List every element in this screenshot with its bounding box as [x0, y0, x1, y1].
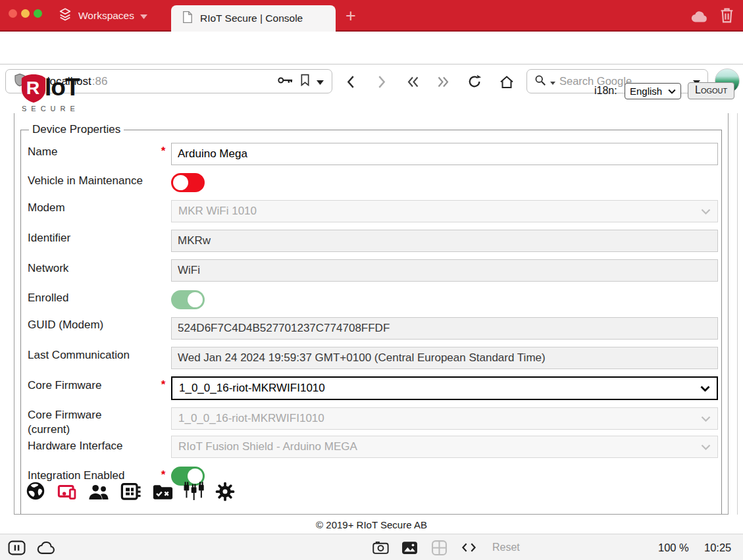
chevron-down-icon: [668, 89, 676, 94]
name-input[interactable]: [171, 143, 718, 165]
home-button[interactable]: [497, 72, 517, 91]
chevron-down-icon: [701, 444, 711, 450]
forward-button[interactable]: [372, 72, 392, 91]
field-label-guid-modem: GUID (Modem): [28, 318, 143, 332]
folder-check-icon[interactable]: [152, 484, 174, 503]
pause-icon[interactable]: [8, 540, 26, 558]
document-icon: [182, 11, 193, 26]
close-window-button[interactable]: [9, 9, 17, 18]
core-firmware-value: 1_0_0_16-riot-MKRWIFI1010: [179, 382, 325, 395]
field-label-core-firmware: Core Firmware: [28, 378, 143, 393]
workspaces-label: Workspaces: [78, 10, 134, 22]
globe-icon[interactable]: [26, 481, 45, 503]
field-label-network: Network: [28, 261, 143, 276]
reload-button[interactable]: [465, 72, 484, 91]
bookmark-icon[interactable]: [300, 74, 310, 89]
vehicle-in-maintenance-toggle[interactable]: [171, 173, 205, 192]
cloud-sync-icon[interactable]: [690, 10, 709, 26]
back-button[interactable]: [340, 72, 360, 91]
workspaces-menu[interactable]: Workspaces: [58, 0, 147, 32]
gear-icon[interactable]: [215, 482, 235, 504]
new-tab-button[interactable]: +: [340, 5, 361, 26]
field-label-vehicle-in-maintenance: Vehicle in Maintenance: [28, 174, 143, 188]
key-icon[interactable]: [277, 76, 294, 88]
copyright-footer: © 2019+ RIoT Secure AB: [0, 519, 743, 530]
i18n-label: i18n:: [594, 85, 617, 97]
required-marker: *: [156, 145, 170, 158]
field-label-enrolled: Enrolled: [28, 291, 143, 305]
last-communication-input: [171, 347, 718, 369]
clock: 10:25: [704, 542, 731, 554]
caret-down-icon: [140, 10, 147, 22]
trash-icon[interactable]: [719, 7, 734, 26]
code-icon[interactable]: [461, 542, 476, 555]
logout-label: Logout: [695, 84, 727, 96]
core-firmware-select[interactable]: 1_0_0_16-riot-MKRWIFI1010: [171, 376, 718, 400]
logout-button[interactable]: Logout: [688, 82, 734, 99]
browser-titlebar: Workspaces RIoT Secure | Console +: [0, 0, 743, 32]
language-select[interactable]: English: [625, 83, 681, 99]
workspaces-stack-icon: [58, 7, 72, 24]
identifier-input: [171, 230, 718, 252]
microchip-icon[interactable]: [120, 482, 141, 505]
magnifier-icon: [534, 74, 546, 89]
chevron-down-icon: [700, 386, 710, 392]
language-value: English: [630, 86, 662, 97]
cloud-icon[interactable]: [36, 541, 57, 557]
device-properties-legend: Device Properties: [29, 123, 124, 136]
tab-title: RIoT Secure | Console: [200, 13, 303, 24]
minimize-window-button[interactable]: [21, 9, 30, 18]
browser-toolbar: V localhost :86 Search G: [0, 33, 743, 64]
browser-statusbar: Reset 100 % 10:25: [0, 534, 743, 560]
core-firmware-current-value: 1_0_0_16-riot-MKRWIFI1010: [178, 412, 324, 425]
hardware-interface-select: RIoT Fusion Shield - Arduino MEGA: [171, 436, 718, 458]
active-tab[interactable]: RIoT Secure | Console: [171, 5, 336, 32]
modem-value: MKR WiFi 1010: [178, 205, 257, 218]
zoom-window-button[interactable]: [34, 9, 42, 18]
modem-select: MKR WiFi 1010: [171, 200, 718, 222]
chevron-down-icon: [701, 209, 711, 215]
required-marker: *: [156, 378, 170, 392]
logo-iot-text: IoT: [45, 73, 79, 102]
network-input: [171, 259, 718, 282]
devices-icon[interactable]: [57, 483, 80, 504]
image-icon[interactable]: [401, 541, 418, 557]
console-content-frame: Device Properties Name * Vehicle in Main…: [14, 113, 729, 515]
required-marker: *: [156, 469, 170, 482]
zoom-level: 100 %: [658, 542, 689, 554]
rewind-button[interactable]: [403, 72, 423, 91]
enrolled-toggle: [171, 290, 205, 309]
content-scrollbar-track[interactable]: [737, 113, 738, 515]
address-dropdown-caret[interactable]: [317, 76, 324, 88]
grid-icon[interactable]: [431, 540, 448, 559]
logo-shield-icon: R: [20, 73, 47, 104]
hardware-interface-value: RIoT Fusion Shield - Arduino MEGA: [178, 440, 357, 453]
logo-secure-text: SECURE: [22, 105, 80, 113]
fast-forward-button[interactable]: [433, 72, 453, 91]
search-engine-caret-icon: [550, 76, 555, 88]
console-bottom-nav: [14, 481, 728, 503]
svg-text:R: R: [26, 77, 40, 98]
chevron-down-icon: [701, 416, 711, 422]
device-properties-fieldset: Device Properties Name * Vehicle in Main…: [20, 130, 722, 515]
riot-secure-logo: R IoT SECURE: [20, 73, 80, 113]
field-label-modem: Modem: [28, 201, 143, 215]
guid-modem-input: [171, 317, 718, 340]
camera-icon[interactable]: [372, 540, 389, 557]
users-icon[interactable]: [88, 484, 110, 503]
field-label-core-firmware-current: Core Firmware (current): [28, 408, 143, 437]
connector-pins-icon[interactable]: [183, 481, 205, 505]
core-firmware-current-select: 1_0_0_16-riot-MKRWIFI1010: [171, 407, 718, 430]
url-port[interactable]: :86: [92, 75, 108, 88]
field-label-name: Name: [28, 145, 143, 159]
field-label-last-communication: Last Communication: [28, 348, 143, 363]
field-label-hardware-interface: Hardware Interface: [28, 439, 143, 453]
field-label-identifier: Identifier: [28, 231, 143, 245]
zoom-reset-button[interactable]: Reset: [492, 542, 520, 553]
